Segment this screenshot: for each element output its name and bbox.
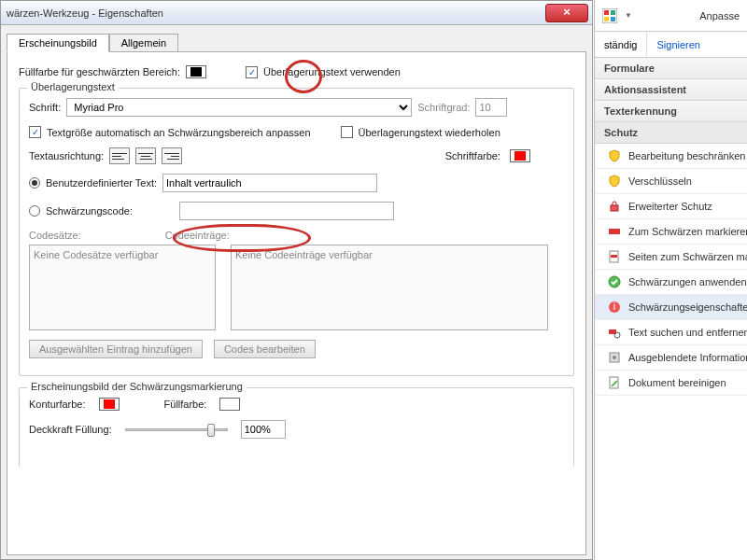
- svg-rect-4: [611, 17, 615, 21]
- tab-panel-appearance: Füllfarbe für geschwärzten Bereich: ✓ Üb…: [7, 51, 586, 555]
- properties-icon: i: [608, 301, 621, 314]
- align-left-button[interactable]: [109, 147, 130, 164]
- apply-icon: [608, 275, 621, 288]
- dropdown-icon[interactable]: ▼: [625, 11, 632, 20]
- mark-appearance-fieldset: Erscheinungsbild der Schwärzungsmarkieru…: [19, 387, 574, 467]
- font-color-label: Schriftfarbe:: [445, 150, 500, 161]
- opacity-label: Deckkraft Füllung:: [29, 424, 112, 435]
- svg-rect-8: [611, 255, 617, 258]
- redact-mark-icon: [608, 225, 621, 238]
- align-label: Textausrichtung:: [29, 150, 104, 161]
- shield-icon: [608, 149, 621, 162]
- svg-rect-5: [611, 205, 618, 211]
- shield-icon: [608, 175, 621, 188]
- sanitize-icon: [608, 376, 621, 389]
- font-size-label: Schriftgrad:: [417, 102, 470, 113]
- svg-text:i: i: [613, 301, 615, 312]
- tab-general[interactable]: Allgemein: [109, 34, 178, 52]
- lock-icon: [608, 200, 621, 213]
- outline-color-label: Konturfarbe:: [29, 399, 86, 410]
- item-mark-redact[interactable]: Zum Schwärzen markieren: [595, 219, 747, 245]
- svg-rect-1: [604, 10, 609, 15]
- opacity-slider[interactable]: [125, 423, 228, 436]
- app-logo-icon: [602, 8, 617, 23]
- overlay-text-label: Überlagerungstext verwenden: [263, 66, 401, 77]
- fill-color-swatch[interactable]: [186, 65, 206, 78]
- codeentries-listbox[interactable]: Keine Codeeinträge verfügbar: [231, 245, 548, 330]
- custom-text-radio[interactable]: [29, 177, 40, 189]
- overlay-text-checkbox[interactable]: ✓: [246, 66, 258, 78]
- align-center-button[interactable]: [135, 147, 156, 164]
- autosize-label: Textgröße automatisch an Schwärzungsbere…: [47, 127, 311, 138]
- custom-text-label: Benutzerdefinierter Text:: [46, 177, 157, 189]
- opacity-input[interactable]: [241, 420, 286, 439]
- titlebar[interactable]: wärzen-Werkzeug - Eigenschaften ×: [1, 1, 592, 25]
- fill-color-label: Füllfarbe für geschwärzten Bereich:: [19, 66, 180, 77]
- redact-pages-icon: [608, 250, 621, 263]
- font-color-swatch[interactable]: [510, 149, 530, 162]
- repeat-checkbox[interactable]: [341, 126, 353, 138]
- item-redact-properties[interactable]: iSchwärzungseigenschaften: [595, 295, 747, 320]
- hidden-info-icon: [608, 351, 621, 364]
- tab-strip: Erscheinungsbild Allgemein: [7, 33, 586, 51]
- customize-link[interactable]: Anpasse: [699, 10, 740, 21]
- properties-dialog: wärzen-Werkzeug - Eigenschaften × Ersche…: [0, 0, 593, 560]
- section-ocr[interactable]: Texterkennung: [595, 101, 747, 122]
- custom-text-input[interactable]: [162, 174, 377, 192]
- mode-tab-full[interactable]: ständig: [595, 39, 646, 50]
- svg-rect-16: [610, 377, 618, 388]
- mark-fill-swatch[interactable]: [219, 398, 240, 411]
- item-encrypt[interactable]: Verschlüsseln: [595, 169, 747, 194]
- outline-color-swatch[interactable]: [99, 398, 120, 411]
- codesets-listbox[interactable]: Keine Codesätze verfügbar: [29, 245, 216, 330]
- font-size-input: [475, 98, 507, 117]
- tools-panel: ▼ Anpasse ständig Signieren Formulare Ak…: [594, 0, 747, 560]
- search-redact-icon: [608, 326, 621, 339]
- item-apply-redact[interactable]: Schwärzungen anwenden: [595, 270, 747, 295]
- item-extended-protect[interactable]: Erweiterter Schutz: [595, 194, 747, 219]
- svg-point-13: [614, 332, 620, 338]
- overlay-fieldset: Überlagerungstext Schrift: Myriad Pro Sc…: [19, 88, 574, 376]
- item-sanitize[interactable]: Dokument bereinigen: [595, 371, 747, 396]
- item-mark-pages[interactable]: Seiten zum Schwärzen mark: [595, 245, 747, 270]
- autosize-checkbox[interactable]: ✓: [29, 126, 41, 138]
- font-label: Schrift:: [29, 102, 61, 113]
- dialog-title: wärzen-Werkzeug - Eigenschaften: [7, 7, 163, 19]
- align-right-button[interactable]: [162, 147, 182, 164]
- svg-rect-2: [611, 10, 615, 15]
- svg-rect-6: [609, 229, 620, 234]
- add-entry-button[interactable]: Ausgewählten Eintrag hinzufügen: [29, 340, 203, 358]
- section-protect[interactable]: Schutz: [595, 122, 747, 144]
- section-actions[interactable]: Aktionsassistent: [595, 79, 747, 101]
- redaction-code-label: Schwärzungscode:: [46, 205, 133, 217]
- item-hidden-info[interactable]: Ausgeblendete Information: [595, 345, 747, 371]
- edit-codes-button[interactable]: Codes bearbeiten: [214, 340, 316, 358]
- codeentries-label: Codeeinträge:: [165, 230, 230, 241]
- section-forms[interactable]: Formulare: [595, 58, 747, 79]
- mark-fill-label: Füllfarbe:: [164, 399, 207, 410]
- repeat-label: Überlagerungstext wiederholen: [359, 127, 500, 138]
- redaction-code-input: [179, 202, 394, 220]
- mark-legend: Erscheinungsbild der Schwärzungsmarkieru…: [27, 381, 247, 392]
- codesets-label: Codesätze:: [29, 230, 81, 241]
- svg-point-15: [613, 356, 616, 359]
- overlay-legend: Überlagerungstext: [27, 81, 119, 92]
- item-search-remove[interactable]: Text suchen und entfernen: [595, 320, 747, 345]
- tools-toolbar: ▼ Anpasse: [595, 0, 747, 32]
- redaction-code-radio[interactable]: [29, 205, 40, 217]
- svg-rect-3: [604, 17, 609, 21]
- close-button[interactable]: ×: [545, 4, 588, 22]
- mode-tab-sign[interactable]: Signieren: [646, 32, 709, 57]
- item-restrict-editing[interactable]: Bearbeitung beschränken: [595, 144, 747, 169]
- font-select[interactable]: Myriad Pro: [66, 98, 412, 117]
- tab-appearance[interactable]: Erscheinungsbild: [7, 34, 109, 52]
- mode-tabs: ständig Signieren: [595, 32, 747, 58]
